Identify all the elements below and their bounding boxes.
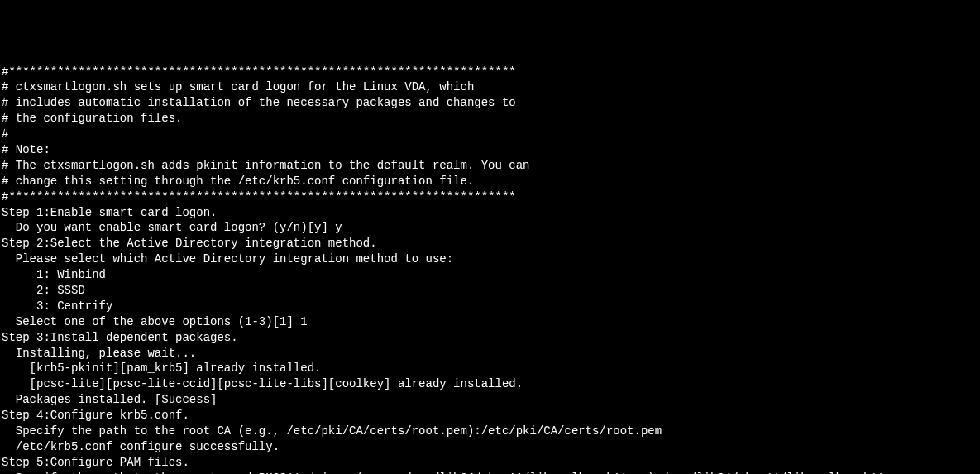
step-2-prompt: Please select which Active Directory int… xyxy=(2,251,978,267)
step-2-header: Step 2:Select the Active Directory integ… xyxy=(2,236,978,251)
step-3-installing: Installing, please wait... xyxy=(2,346,978,361)
step-4-header: Step 4:Configure krb5.conf. xyxy=(2,408,978,424)
comment-line: # ctxsmartlogon.sh sets up smart card lo… xyxy=(2,79,978,95)
step-5-prompt: Specify the path to the smart card PKCS1… xyxy=(2,471,978,474)
comment-border-top: #***************************************… xyxy=(2,65,978,80)
step-4-success: /etc/krb5.conf configure successfully. xyxy=(2,439,978,455)
step-2-option-3: 3: Centrify xyxy=(2,299,978,314)
step-2-option-1: 1: Winbind xyxy=(2,267,978,283)
comment-line: # change this setting through the /etc/k… xyxy=(2,174,978,189)
step-4-prompt: Specify the path to the root CA (e.g., /… xyxy=(2,424,978,439)
comment-line: # the configuration files. xyxy=(2,111,978,127)
step-3-packages-2: [pcsc-lite][pcsc-lite-ccid][pcsc-lite-li… xyxy=(2,376,978,392)
step-2-selection: Select one of the above options (1-3)[1]… xyxy=(2,314,978,330)
comment-border-bottom: #***************************************… xyxy=(2,189,978,205)
comment-line: # The ctxsmartlogon.sh adds pkinit infor… xyxy=(2,158,978,174)
step-1-header: Step 1:Enable smart card logon. xyxy=(2,205,978,221)
step-3-packages-1: [krb5-pkinit][pam_krb5] already installe… xyxy=(2,361,978,376)
comment-note-header: # Note: xyxy=(2,142,978,158)
comment-line: # includes automatic installation of the… xyxy=(2,95,978,111)
step-3-success: Packages installed. [Success] xyxy=(2,392,978,408)
step-3-header: Step 3:Install dependent packages. xyxy=(2,330,978,346)
step-1-prompt: Do you want enable smart card logon? (y/… xyxy=(2,220,978,236)
step-5-header: Step 5:Configure PAM files. xyxy=(2,455,978,471)
terminal-output: #***************************************… xyxy=(2,65,978,474)
comment-line: # xyxy=(2,127,978,142)
step-2-option-2: 2: SSSD xyxy=(2,283,978,299)
